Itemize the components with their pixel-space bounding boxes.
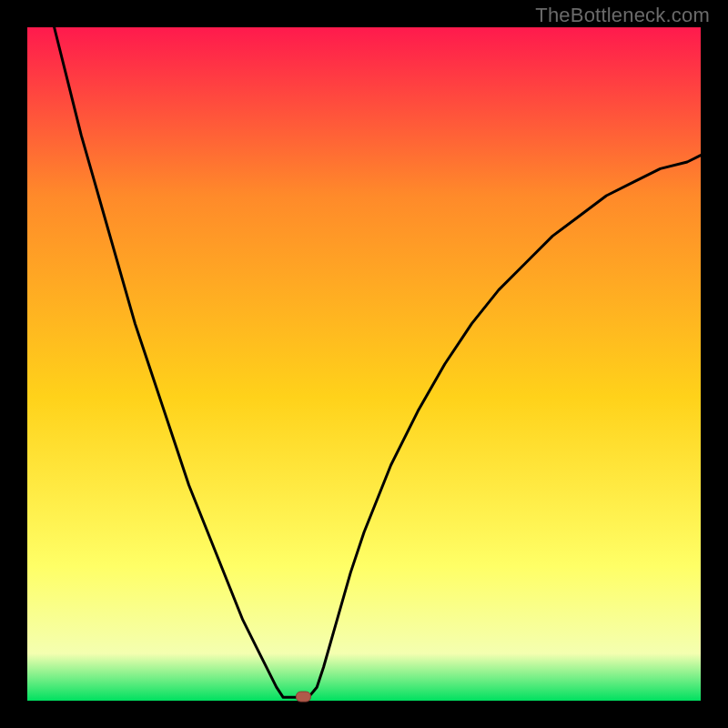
- chart-frame: TheBottleneck.com: [0, 0, 728, 728]
- plot-background: [27, 27, 701, 701]
- optimal-point-marker: [296, 692, 310, 702]
- bottleneck-chart: [0, 0, 728, 728]
- watermark-text: TheBottleneck.com: [535, 4, 710, 27]
